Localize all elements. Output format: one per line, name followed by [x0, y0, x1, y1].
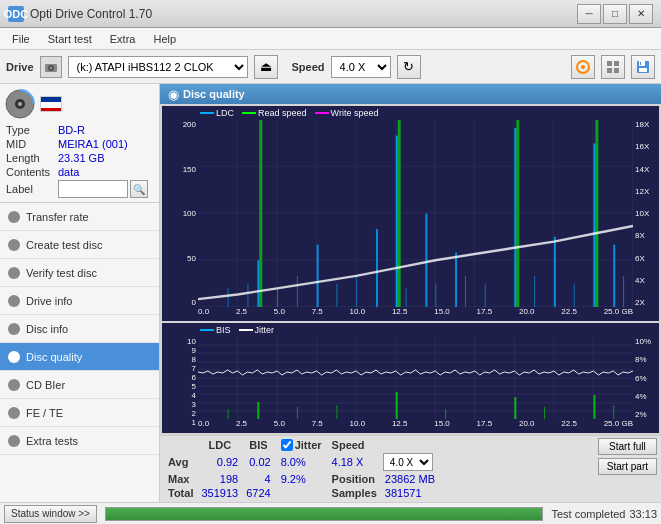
nav-transfer-rate[interactable]: Transfer rate [0, 203, 159, 231]
disc-info-rows: Type BD-R MID MEIRA1 (001) Length 23.31 … [4, 124, 155, 198]
total-ldc: 351913 [197, 486, 242, 500]
bottom-chart-legend: BIS Jitter [200, 325, 274, 335]
svg-rect-69 [396, 392, 398, 419]
status-window-button[interactable]: Status window >> [4, 505, 97, 523]
nav-icon-drive [8, 295, 20, 307]
label-input[interactable] [58, 180, 128, 198]
svg-rect-73 [297, 407, 298, 419]
y-right-2x: 2X [635, 298, 657, 307]
length-value: 23.31 GB [58, 152, 104, 164]
menu-file[interactable]: File [4, 31, 38, 47]
minimize-button[interactable]: ─ [577, 4, 601, 24]
label-search-button[interactable]: 🔍 [130, 180, 148, 198]
nav-icon-bier [8, 379, 20, 391]
avg-ldc: 0.92 [197, 452, 242, 472]
nav-disc-info[interactable]: Disc info [0, 315, 159, 343]
legend-bis-label: BIS [216, 325, 231, 335]
top-chart-y-left: 200 150 100 50 0 [162, 120, 198, 307]
svg-rect-44 [259, 120, 262, 307]
avg-jitter: 8.0% [275, 452, 328, 472]
legend-ldc-color [200, 112, 214, 114]
legend-read-color [242, 112, 256, 114]
legend-write-speed: Write speed [315, 108, 379, 118]
menu-help[interactable]: Help [145, 31, 184, 47]
nav-fe-te[interactable]: FE / TE [0, 399, 159, 427]
legend-ldc: LDC [200, 108, 234, 118]
nav-verify-test-disc[interactable]: Verify test disc [0, 259, 159, 287]
titlebar-left: ODC Opti Drive Control 1.70 [8, 6, 152, 22]
burn-button[interactable] [571, 55, 595, 79]
mid-value: MEIRA1 (001) [58, 138, 128, 150]
svg-rect-24 [396, 136, 398, 307]
x-150: 15.0 [434, 307, 450, 321]
start-full-button[interactable]: Start full [598, 438, 657, 455]
drive-select[interactable]: (k:) ATAPI iHBS112 2 CLOK [68, 56, 248, 78]
toolbar: Drive (k:) ATAPI iHBS112 2 CLOK ⏏ Speed … [0, 50, 661, 84]
disc-info-header [4, 88, 155, 120]
main-area: Type BD-R MID MEIRA1 (001) Length 23.31 … [0, 84, 661, 502]
menu-extra[interactable]: Extra [102, 31, 144, 47]
svg-rect-41 [534, 276, 535, 307]
eject-button[interactable]: ⏏ [254, 55, 278, 79]
svg-rect-70 [514, 397, 516, 419]
y-right-6x: 6X [635, 254, 657, 263]
legend-ldc-label: LDC [216, 108, 234, 118]
progress-bar-container [105, 507, 544, 521]
save-button[interactable] [631, 55, 655, 79]
svg-rect-42 [574, 284, 575, 307]
nav-items: Transfer rate Create test disc Verify te… [0, 203, 159, 502]
y-label-150: 150 [164, 165, 196, 174]
bottom-chart-plot [198, 337, 633, 419]
y-right-8x: 8X [635, 231, 657, 240]
nav-cd-bier[interactable]: CD BIer [0, 371, 159, 399]
svg-rect-34 [297, 276, 298, 307]
max-ldc: 198 [197, 472, 242, 486]
nav-create-test-disc[interactable]: Create test disc [0, 231, 159, 259]
svg-rect-7 [607, 68, 612, 73]
by-2: 2 [164, 409, 196, 418]
nav-disc-quality[interactable]: Disc quality [0, 343, 159, 371]
bx-200: 20.0 [519, 419, 535, 433]
svg-rect-31 [228, 288, 229, 307]
x-50: 5.0 [274, 307, 285, 321]
titlebar-controls: ─ □ ✕ [577, 4, 653, 24]
bottom-chart-y-right: 10% 8% 6% 4% 2% [633, 337, 659, 419]
nav-extra-tests[interactable]: Extra tests [0, 427, 159, 455]
app-title: Opti Drive Control 1.70 [30, 7, 152, 21]
x-225: 22.5 [561, 307, 577, 321]
tools-button[interactable] [601, 55, 625, 79]
svg-point-2 [50, 67, 52, 69]
y-right-16x: 16X [635, 142, 657, 151]
by-8: 8 [164, 355, 196, 364]
svg-rect-40 [485, 284, 486, 307]
nav-drive-info[interactable]: Drive info [0, 287, 159, 315]
refresh-button[interactable]: ↻ [397, 55, 421, 79]
jitter-checkbox[interactable] [281, 439, 293, 451]
start-part-button[interactable]: Start part [598, 458, 657, 475]
status-text: Test completed [551, 508, 625, 520]
svg-rect-35 [336, 284, 337, 307]
nav-icon-disc [8, 323, 20, 335]
y-label-100: 100 [164, 209, 196, 218]
content-area: ◉ Disc quality LDC Read speed [160, 84, 661, 502]
disc-icon [4, 88, 36, 120]
contents-value: data [58, 166, 79, 178]
maximize-button[interactable]: □ [603, 4, 627, 24]
speed-select-stats[interactable]: 4.0 X [383, 453, 433, 471]
status-time: 33:13 [629, 508, 657, 520]
legend-read-label: Read speed [258, 108, 307, 118]
drive-icon-img [40, 56, 62, 78]
jitter-checkbox-row: Jitter [281, 439, 322, 451]
top-chart-y-right: 18X 16X 14X 12X 10X 8X 6X 4X 2X [633, 120, 659, 307]
menu-start-test[interactable]: Start test [40, 31, 100, 47]
titlebar: ODC Opti Drive Control 1.70 ─ □ ✕ [0, 0, 661, 28]
svg-rect-43 [623, 276, 624, 307]
bx-0: 0.0 [198, 419, 209, 433]
close-button[interactable]: ✕ [629, 4, 653, 24]
bottom-chart-x-axis: 0.0 2.5 5.0 7.5 10.0 12.5 15.0 17.5 20.0… [198, 419, 633, 433]
bx-50: 5.0 [274, 419, 285, 433]
svg-rect-21 [257, 260, 259, 307]
disc-mid-row: MID MEIRA1 (001) [6, 138, 155, 150]
by-1: 1 [164, 418, 196, 427]
speed-select[interactable]: 4.0 X [331, 56, 391, 78]
